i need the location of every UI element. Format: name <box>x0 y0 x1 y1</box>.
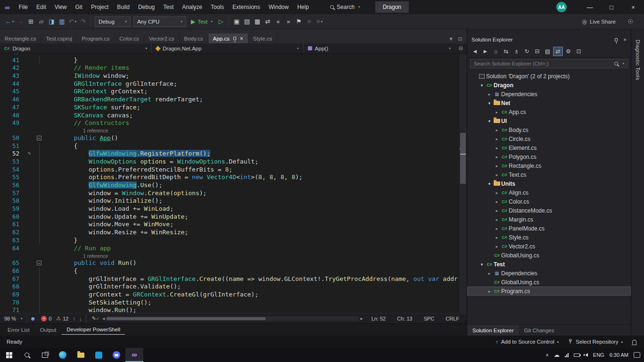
code-line[interactable]: 45 GRContext grContext; <box>0 88 459 96</box>
tab-git-changes[interactable]: Git Changes <box>519 325 560 336</box>
network-icon[interactable] <box>565 353 569 357</box>
track-changes-icon[interactable]: ✎✓ <box>91 315 99 321</box>
code-line[interactable]: 52✎ GlfwWindowing.RegisterPlatform(); <box>0 150 459 158</box>
code-line[interactable]: 68 grGlInterface.Validate(); <box>0 283 459 291</box>
action-center-icon[interactable] <box>634 352 640 358</box>
code-line[interactable]: 50− public App() <box>0 134 459 142</box>
collapse-region-icon[interactable]: − <box>37 261 41 265</box>
notifications-bell-icon[interactable] <box>632 340 636 344</box>
tree-item[interactable]: ▾C#Dragon <box>467 81 631 90</box>
menu-build[interactable]: Build <box>113 2 134 12</box>
tree-item[interactable]: ▸C#Align.cs <box>467 188 631 197</box>
code-editor[interactable]: 4041 }42 // Render items43 IWindow windo… <box>0 54 467 313</box>
properties-icon[interactable]: ⚙ <box>563 47 573 56</box>
code-line[interactable]: 59 window.Load += WinLoad; <box>0 205 459 213</box>
collapsed-chevron-icon[interactable]: ▸ <box>494 173 500 177</box>
preview-selected-icon[interactable]: ⊡ <box>574 47 584 56</box>
tree-item[interactable]: ▸C#Margin.cs <box>467 215 631 224</box>
add-to-source-control-button[interactable]: ↑ Add to Source Control ▴ <box>495 339 559 345</box>
codelens-references[interactable]: 1 reference <box>0 127 459 134</box>
collapsed-chevron-icon[interactable]: ▸ <box>494 110 500 115</box>
forward-icon[interactable]: → <box>16 16 26 27</box>
expanded-chevron-icon[interactable]: ▾ <box>486 101 493 106</box>
list-members-icon[interactable]: ≡ <box>304 16 314 27</box>
code-line[interactable]: 65− public void Run() <box>0 259 459 267</box>
show-all-files-icon[interactable]: ▦ <box>252 16 263 27</box>
zoom-dropdown[interactable]: 98 % ▾ <box>0 313 27 323</box>
type-dropdown[interactable]: Dragon.Net.App ▾ <box>152 43 304 53</box>
tree-item[interactable]: ▸C#Vector2.cs <box>467 242 631 251</box>
onedrive-icon[interactable]: ☁ <box>554 352 560 358</box>
edge-browser-button[interactable] <box>54 348 72 362</box>
collapsed-chevron-icon[interactable]: ▸ <box>486 271 493 276</box>
tab-style.cs[interactable]: Style.cs <box>248 33 277 43</box>
code-line[interactable]: 61 window.Move += WinMove; <box>0 221 459 229</box>
attach-icon[interactable]: ▣ <box>231 16 242 27</box>
tree-item[interactable]: ▾Net <box>467 99 631 107</box>
menu-extensions[interactable]: Extensions <box>228 2 264 12</box>
refresh-icon[interactable]: ↻ <box>522 47 532 56</box>
collapsed-chevron-icon[interactable]: ▸ <box>494 208 500 213</box>
panel-tab-developer-powershell[interactable]: Developer PowerShell <box>62 325 125 335</box>
menu-analyze[interactable]: Analyze <box>178 2 206 12</box>
code-line[interactable]: 54 options.PreferredStencilBufferBits = … <box>0 166 459 174</box>
visual-studio-taskbar-button[interactable]: ∞ <box>125 348 143 362</box>
menu-git[interactable]: Git <box>71 2 87 12</box>
code-line[interactable]: 48 SKCanvas canvas; <box>0 112 459 120</box>
panel-tab-output[interactable]: Output <box>35 325 61 335</box>
menu-debug[interactable]: Debug <box>134 2 159 12</box>
menu-window[interactable]: Window <box>264 2 293 12</box>
expanded-chevron-icon[interactable]: ▾ <box>486 119 493 123</box>
code-line[interactable]: 62 window.Resize += WinResize; <box>0 229 459 237</box>
vertical-scrollbar[interactable] <box>459 54 467 313</box>
clock[interactable]: 6:30 AM <box>610 352 628 358</box>
menu-file[interactable]: File <box>15 2 32 12</box>
start-debugging-button[interactable]: ▶ Test ▾ <box>188 18 216 25</box>
tab-list-chevron-icon[interactable]: ▼ <box>449 36 454 41</box>
codelens-references[interactable]: 1 reference <box>0 252 459 259</box>
code-line[interactable]: 69 grContext = GRContext.CreateGl(grGlIn… <box>0 291 459 299</box>
member-dropdown[interactable]: App() ▾ <box>304 43 455 53</box>
tree-item[interactable]: ▸▦Dependencies <box>467 269 631 278</box>
save-all-icon[interactable]: ▥ <box>57 16 67 27</box>
tab-program.cs[interactable]: Program.cs <box>77 33 115 43</box>
tree-item[interactable]: ▸C#DistanceMode.cs <box>467 206 631 215</box>
expanded-chevron-icon[interactable]: ▾ <box>479 83 485 88</box>
tab-app.cs[interactable]: App.cs× <box>208 33 248 43</box>
volume-icon[interactable] <box>585 353 588 357</box>
pending-changes-filter-icon[interactable]: ± <box>512 47 521 56</box>
collapsed-chevron-icon[interactable]: ▸ <box>494 146 500 150</box>
next-issue-icon[interactable]: ↓ <box>79 316 82 321</box>
horizontal-scrollbar-thumb[interactable] <box>107 317 265 320</box>
collapsed-chevron-icon[interactable]: ▸ <box>494 164 500 168</box>
pinned-app-button[interactable] <box>90 348 107 362</box>
menu-tools[interactable]: Tools <box>206 2 228 12</box>
split-window-icon[interactable]: ⊟ <box>455 45 467 51</box>
indent-decrease-icon[interactable]: « <box>273 16 283 27</box>
collapsed-chevron-icon[interactable]: ▸ <box>494 244 500 249</box>
project-dropdown[interactable]: C# Dragon ▾ <box>0 43 152 53</box>
close-icon[interactable]: × <box>623 37 627 42</box>
horizontal-scrollbar[interactable] <box>107 316 358 321</box>
start-button[interactable] <box>0 348 18 362</box>
bookmark-icon[interactable]: ⚑ <box>294 16 304 27</box>
solution-explorer-search[interactable]: Search Solution Explorer (Ctrl+;) ▾ <box>470 59 628 68</box>
code-line[interactable]: 47 SKSurface surface; <box>0 104 459 112</box>
tab-color.cs[interactable]: Color.cs <box>115 33 144 43</box>
tree-item[interactable]: C#GlobalUsing.cs <box>467 278 631 287</box>
collapsed-chevron-icon[interactable]: ▸ <box>486 289 493 294</box>
code-line[interactable]: 71 window.Run(); <box>0 306 459 313</box>
switch-views-icon[interactable]: ⇆ <box>501 47 511 56</box>
code-line[interactable]: 41 } <box>0 57 459 65</box>
tree-item[interactable]: ▸C#Color.cs <box>467 197 631 206</box>
code-line[interactable]: 42 // Render items <box>0 64 459 72</box>
pin-icon[interactable] <box>615 38 618 41</box>
menu-project[interactable]: Project <box>87 2 113 12</box>
collapsed-chevron-icon[interactable]: ▸ <box>494 226 500 231</box>
account-avatar[interactable]: AA <box>556 2 567 12</box>
scrollbar-thumb[interactable] <box>460 133 466 184</box>
diagnostic-tools-strip[interactable]: Diagnostic Tools <box>631 29 644 336</box>
collapse-all-icon[interactable]: ⊟ <box>532 47 542 56</box>
close-button[interactable]: × <box>622 0 644 14</box>
code-line[interactable]: 58 window.Initialize(); <box>0 197 459 205</box>
